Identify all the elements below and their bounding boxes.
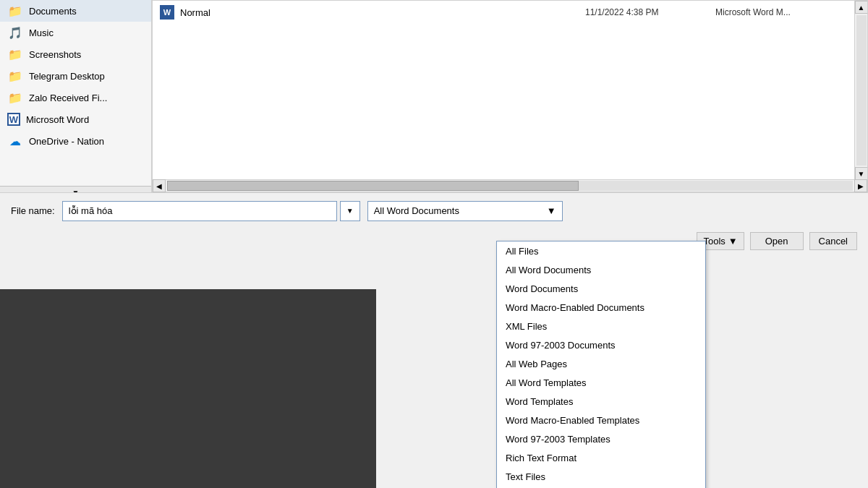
dropdown-item-rich-text-format[interactable]: Rich Text Format [497,448,705,467]
music-icon: 🎵 [7,25,23,40]
dropdown-item-word-macro-enabled[interactable]: Word Macro-Enabled Documents [497,298,705,317]
horizontal-scrollbar[interactable]: ◀ ▶ [152,179,868,192]
file-name-dropdown-button[interactable]: ▼ [340,201,360,221]
dropdown-item-label: Word Macro-Enabled Documents [506,302,644,313]
sidebar-item-label: OneDrive - Nation [29,136,104,147]
chevron-down-icon: ▼ [858,170,865,178]
dark-preview-area [0,289,376,488]
dialog-container: 📁 Documents 🎵 Music 📁 Screenshots 📁 Tele… [0,0,868,488]
sidebar-item-label: Telegram Desktop [29,71,105,82]
folder-icon: 📁 [7,3,23,19]
dropdown-item-label: Word Documents [506,283,578,294]
dropdown-item-label: Word 97-2003 Templates [506,434,610,445]
scroll-up-button[interactable]: ▲ [855,1,868,14]
dropdown-item-label: All Web Pages [506,359,567,369]
dropdown-item-label: Word 97-2003 Documents [506,340,616,351]
dropdown-item-label: Word Templates [506,396,573,407]
tools-label: Tools [703,236,725,247]
sidebar-item-label: Zalo Received Fi... [29,93,107,103]
chevron-down-icon: ▼ [728,236,738,247]
folder-icon: 📁 [7,46,23,62]
sidebar-item-zalo[interactable]: 📁 Zalo Received Fi... [0,87,151,108]
sidebar-item-music[interactable]: 🎵 Music [0,22,151,43]
sidebar-item-screenshots[interactable]: 📁 Screenshots [0,43,151,65]
cancel-button[interactable]: Cancel [809,232,857,250]
vertical-scrollbar[interactable]: ▲ ▼ [854,1,867,180]
file-date: 11/1/2022 4:38 PM [585,7,715,17]
folder-icon: 📁 [7,68,23,84]
dropdown-item-word-documents[interactable]: Word Documents [497,279,705,298]
sidebar-item-label: Music [29,27,54,38]
sidebar-item-microsoft-word[interactable]: W Microsoft Word [0,108,151,130]
onedrive-icon: ☁ [7,133,23,149]
scroll-down-button[interactable]: ▼ [855,167,868,180]
sidebar-item-label: Microsoft Word [26,114,89,125]
sidebar-item-label: Screenshots [29,49,81,60]
dropdown-item-label: All Word Documents [506,265,591,275]
chevron-left-icon: ◀ [156,182,162,190]
dropdown-item-xml-files[interactable]: XML Files [497,317,705,335]
scroll-thumb [167,181,579,191]
file-name-cell: W Normal [160,5,585,20]
sidebar-item-onedrive[interactable]: ☁ OneDrive - Nation [0,130,151,152]
dropdown-item-label: Rich Text Format [506,453,576,463]
dropdown-item-text-files[interactable]: Text Files [497,467,705,486]
chevron-right-icon: ▶ [858,182,864,190]
word-file-icon: W [160,5,174,20]
dropdown-item-word-97-2003-templates[interactable]: Word 97-2003 Templates [497,429,705,448]
word-icon: W [7,113,20,126]
dropdown-item-word-macro-enabled-templates[interactable]: Word Macro-Enabled Templates [497,411,705,429]
file-type-dropdown-container: All Word Documents ▼ [367,201,563,221]
scroll-right-button[interactable]: ▶ [854,179,867,192]
scroll-track [167,181,853,191]
chevron-down-icon: ▼ [346,207,354,215]
dropdown-item-all-web-pages[interactable]: All Web Pages [497,354,705,373]
sidebar-item-label: Documents [29,6,77,17]
file-name-bar: File name: ▼ All Word Documents ▼ [0,192,868,228]
open-button[interactable]: Open [750,232,804,250]
dropdown-item-word-templates[interactable]: Word Templates [497,392,705,411]
dropdown-item-label: Word Macro-Enabled Templates [506,415,639,426]
dropdown-item-all-word-documents[interactable]: All Word Documents [497,260,705,279]
file-type-cell: Microsoft Word M... [715,7,860,17]
tools-row: Tools ▼ Open Cancel [0,228,868,254]
file-type-dropdown-button[interactable]: All Word Documents ▼ [367,201,563,221]
dropdown-item-all-word-templates[interactable]: All Word Templates [497,373,705,392]
file-type-selected-label: All Word Documents [374,205,459,216]
folder-icon: 📁 [7,90,23,106]
sidebar-item-telegram[interactable]: 📁 Telegram Desktop [0,65,151,87]
chevron-up-icon: ▲ [858,4,865,12]
file-type-dropdown-menu: All Files All Word Documents Word Docume… [496,241,706,488]
chevron-down-icon: ▼ [547,205,556,216]
sidebar: 📁 Documents 🎵 Music 📁 Screenshots 📁 Tele… [0,0,152,199]
file-name-text: Normal [180,7,210,18]
dropdown-item-all-files[interactable]: All Files [497,241,705,260]
file-item[interactable]: W Normal 11/1/2022 4:38 PM Microsoft Wor… [153,1,867,24]
dropdown-item-label: XML Files [506,321,547,332]
sidebar-item-documents[interactable]: 📁 Documents [0,0,151,22]
file-name-label: File name: [11,205,55,216]
scroll-track [856,15,867,166]
scroll-left-button[interactable]: ◀ [153,179,166,192]
dropdown-item-label: Text Files [506,471,545,482]
dropdown-item-word-97-2003[interactable]: Word 97-2003 Documents [497,335,705,354]
main-file-area: ▲ ▼ W Normal 11/1/2022 4:38 PM Microsoft… [152,0,868,199]
file-name-input[interactable] [62,201,337,221]
dropdown-item-label: All Files [506,246,539,257]
word-icon-letter: W [163,8,171,17]
dropdown-item-label: All Word Templates [506,377,587,388]
